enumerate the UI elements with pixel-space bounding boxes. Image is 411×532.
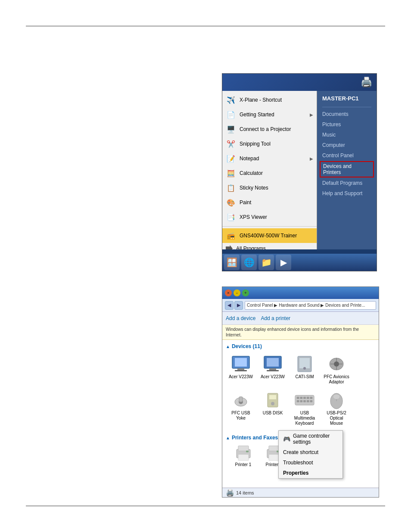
- xps-viewer-icon: 📑: [226, 212, 236, 222]
- start-right-panel: MASTER-PC1 Documents Pictures Music Comp…: [317, 91, 377, 249]
- ctx-game-controller-settings[interactable]: Game controller settings: [279, 431, 342, 447]
- ctx-game-controller-label: Game controller settings: [293, 433, 338, 445]
- ctx-create-shortcut[interactable]: Create shortcut: [279, 447, 342, 457]
- printers-triangle-icon: ▲: [226, 436, 230, 440]
- arrow-icon: ▶: [310, 112, 313, 117]
- taskbar-start-button[interactable]: 🪟: [224, 255, 240, 270]
- device-item-usb-keyboard[interactable]: USB Multimedia Keyboard: [290, 388, 320, 428]
- device-item-usb-disk[interactable]: USB DISK: [258, 388, 288, 428]
- devices-section: ▲ Devices (11) Acer V223W Acer V2: [222, 340, 379, 431]
- status-icon: 🖨️: [226, 488, 234, 497]
- acer1-label: Acer V223W: [229, 374, 253, 380]
- svg-rect-42: [269, 446, 279, 451]
- usb-keyboard-icon: [294, 390, 315, 411]
- start-item-snipping[interactable]: ✂️ Snipping Tool: [222, 137, 317, 151]
- start-item-xps-viewer-label: XPS Viewer: [240, 214, 267, 220]
- page: 🖨️ ✈️ X-Plane - Shortcut 📄 Getting Start…: [0, 0, 411, 532]
- start-divider: [222, 226, 317, 227]
- svg-rect-30: [300, 400, 302, 402]
- start-item-projector-label: Connect to a Projector: [240, 126, 291, 132]
- usb-disk-label: USB DISK: [263, 411, 283, 416]
- acer2-label: Acer V223W: [261, 374, 285, 380]
- devices-grid: Acer V223W Acer V223W CATI-SIM: [226, 350, 375, 429]
- start-item-sticky-notes[interactable]: 📋 Sticky Notes: [222, 180, 317, 195]
- device-item-usb-mouse[interactable]: USB-PS/2 Optical Mouse: [321, 388, 352, 428]
- svg-point-12: [334, 361, 339, 367]
- start-menu-screenshot: 🖨️ ✈️ X-Plane - Shortcut 📄 Getting Start…: [222, 73, 377, 271]
- ctx-properties[interactable]: Properties: [279, 468, 342, 478]
- info-bar-text: Windows can display enhanced device icon…: [226, 327, 359, 337]
- start-item-gns[interactable]: 📻 GNS400W-500W Trainer: [222, 228, 317, 243]
- printers-section-label: Printers and Faxes (3): [232, 435, 286, 441]
- back-button[interactable]: ◀: [225, 301, 234, 310]
- svg-rect-39: [238, 454, 249, 460]
- devices-and-printers-screenshot: × - + ◀ ▶ Control Panel ▶ Hardware and S…: [222, 286, 379, 498]
- start-right-documents[interactable]: Documents: [317, 109, 377, 119]
- acer2-icon: [262, 354, 283, 374]
- calculator-icon: 🧮: [226, 168, 236, 178]
- status-bar: 🖨️ 14 items: [222, 488, 379, 497]
- start-item-xps-viewer[interactable]: 📑 XPS Viewer: [222, 210, 317, 224]
- taskbar-explorer-button[interactable]: 📁: [258, 255, 274, 270]
- printer-device-1[interactable]: Printer 1: [229, 443, 257, 467]
- device-item-pfc-avionics[interactable]: PFC Avionics Adaptor: [321, 352, 352, 386]
- usb-disk-icon: [262, 390, 283, 411]
- window-title-bar: × - +: [222, 287, 379, 299]
- start-item-xplane[interactable]: ✈️ X-Plane - Shortcut: [222, 93, 317, 107]
- svg-rect-21: [269, 395, 276, 399]
- start-right-computer[interactable]: Computer: [317, 140, 377, 150]
- taskbar-media-button[interactable]: ▶: [276, 255, 291, 270]
- start-item-projector[interactable]: 🖥️ Connect to a Projector: [222, 122, 317, 137]
- info-bar: Windows can display enhanced device icon…: [222, 325, 379, 340]
- forward-button[interactable]: ▶: [234, 301, 243, 310]
- device-item-acer1[interactable]: Acer V223W: [226, 352, 256, 386]
- projector-icon: 🖥️: [226, 124, 236, 134]
- ctx-troubleshoot[interactable]: Troubleshoot: [279, 457, 342, 468]
- devices-triangle-icon: ▲: [226, 344, 230, 349]
- context-menu: Game controller settings Create shortcut…: [278, 430, 343, 479]
- start-right-control-panel[interactable]: Control Panel: [317, 150, 377, 161]
- header-printer-icon: 🖨️: [361, 77, 372, 88]
- printer1-label: Printer 1: [235, 462, 252, 467]
- nav-back-fwd: ◀ ▶: [225, 301, 243, 310]
- close-button[interactable]: ×: [225, 289, 232, 296]
- svg-rect-9: [299, 358, 310, 368]
- usb-mouse-icon: [326, 390, 347, 411]
- svg-rect-1: [235, 358, 247, 367]
- minimize-button[interactable]: -: [234, 289, 240, 296]
- maximize-button[interactable]: +: [242, 289, 249, 296]
- cati-sim-label: CATI-SIM: [295, 374, 314, 380]
- usb-mouse-label: USB-PS/2 Optical Mouse: [323, 411, 350, 426]
- svg-rect-27: [307, 397, 309, 399]
- start-right-music[interactable]: Music: [317, 130, 377, 140]
- svg-point-22: [271, 402, 274, 405]
- start-right-pictures[interactable]: Pictures: [317, 119, 377, 130]
- start-left-panel: ✈️ X-Plane - Shortcut 📄 Getting Started …: [222, 91, 317, 249]
- add-device-button[interactable]: Add a device: [226, 315, 255, 321]
- start-item-getting-started[interactable]: 📄 Getting Started ▶: [222, 107, 317, 122]
- start-item-calculator[interactable]: 🧮 Calculator: [222, 166, 317, 180]
- svg-point-10: [303, 367, 306, 370]
- device-item-acer2[interactable]: Acer V223W: [258, 352, 288, 386]
- device-item-cati-sim[interactable]: CATI-SIM: [290, 352, 320, 386]
- paint-icon: 🎨: [226, 197, 236, 208]
- svg-rect-2: [237, 368, 244, 370]
- taskbar-ie-button[interactable]: 🌐: [241, 255, 257, 270]
- start-right-default-programs[interactable]: Default Programs: [317, 178, 377, 188]
- printer1-icon: [234, 443, 253, 462]
- taskbar: 🪟 🌐 📁 ▶: [222, 254, 377, 271]
- start-item-notepad[interactable]: 📝 Notepad ▶: [222, 151, 317, 166]
- svg-rect-38: [238, 446, 249, 451]
- svg-rect-32: [307, 400, 309, 402]
- ctx-troubleshoot-label: Troubleshoot: [283, 460, 313, 466]
- start-right-devices-and-printers[interactable]: Devices and Printers: [320, 161, 374, 177]
- device-item-pfc-yoke[interactable]: PFC USB Yoke: [226, 388, 256, 428]
- svg-rect-25: [300, 397, 302, 399]
- start-item-paint[interactable]: 🎨 Paint: [222, 195, 317, 210]
- snipping-icon: ✂️: [226, 139, 236, 149]
- address-bar[interactable]: Control Panel ▶ Hardware and Sound ▶ Dev…: [245, 301, 376, 310]
- svg-rect-31: [303, 400, 306, 402]
- add-printer-button[interactable]: Add a printer: [261, 315, 290, 321]
- toolbar: Add a device Add a printer: [222, 312, 379, 325]
- start-right-help-and-support[interactable]: Help and Support: [317, 188, 377, 199]
